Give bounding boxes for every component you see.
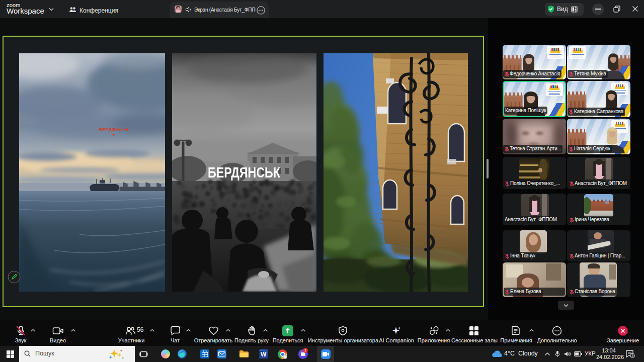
svg-text:3: 3 <box>631 353 633 358</box>
svg-text:❤: ❤ <box>112 133 115 137</box>
svg-text:БЕРДЯНСЬК: БЕРДЯНСЬК <box>208 164 280 180</box>
svg-text:БЕРДЯНСЬК: БЕРДЯНСЬК <box>99 127 129 132</box>
